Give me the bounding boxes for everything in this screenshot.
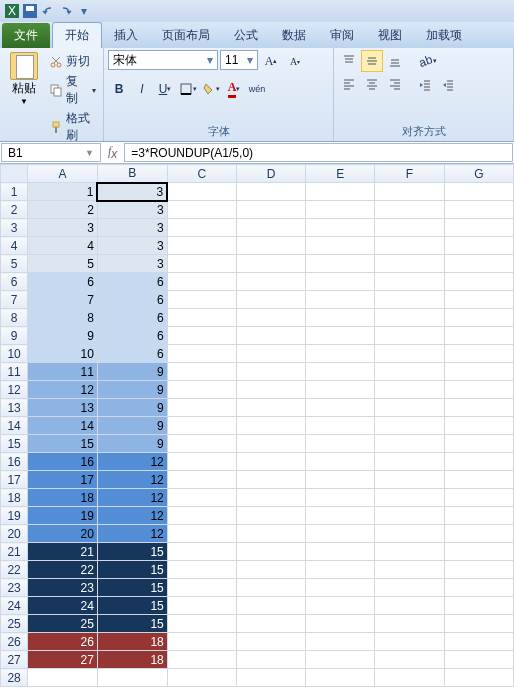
cell[interactable] — [444, 471, 513, 489]
cell[interactable]: 1 — [28, 183, 98, 201]
cell[interactable] — [375, 363, 444, 381]
cell[interactable] — [237, 327, 306, 345]
format-painter-button[interactable]: 格式刷 — [46, 109, 99, 145]
cell[interactable] — [375, 489, 444, 507]
cell[interactable]: 21 — [28, 543, 98, 561]
cell[interactable] — [375, 345, 444, 363]
grow-font-button[interactable]: A▴ — [260, 50, 282, 72]
cell[interactable] — [167, 345, 236, 363]
col-header[interactable]: C — [167, 165, 236, 183]
cell[interactable] — [167, 561, 236, 579]
row-header[interactable]: 16 — [1, 453, 28, 471]
cell[interactable] — [167, 417, 236, 435]
cell[interactable] — [167, 471, 236, 489]
cell[interactable]: 12 — [97, 471, 167, 489]
cell[interactable]: 16 — [28, 453, 98, 471]
row-header[interactable]: 15 — [1, 435, 28, 453]
row-header[interactable]: 9 — [1, 327, 28, 345]
row-header[interactable]: 10 — [1, 345, 28, 363]
cell[interactable]: 8 — [28, 309, 98, 327]
cell[interactable] — [375, 309, 444, 327]
increase-indent-button[interactable] — [437, 74, 459, 96]
row-header[interactable]: 28 — [1, 669, 28, 687]
cell[interactable] — [97, 669, 167, 687]
cell[interactable] — [306, 651, 375, 669]
cell[interactable]: 15 — [97, 597, 167, 615]
shrink-font-button[interactable]: A▾ — [284, 50, 306, 72]
cell[interactable]: 15 — [28, 435, 98, 453]
cell[interactable]: 2 — [28, 201, 98, 219]
cell[interactable] — [444, 381, 513, 399]
cell[interactable] — [375, 237, 444, 255]
cell[interactable] — [237, 615, 306, 633]
cell[interactable]: 15 — [97, 579, 167, 597]
cell[interactable]: 3 — [28, 219, 98, 237]
cell[interactable] — [237, 219, 306, 237]
copy-button[interactable]: 复制▾ — [46, 72, 99, 108]
cell[interactable]: 9 — [97, 399, 167, 417]
cell[interactable] — [375, 579, 444, 597]
cell[interactable] — [375, 633, 444, 651]
cell[interactable] — [306, 399, 375, 417]
cell[interactable] — [444, 489, 513, 507]
align-center-button[interactable] — [361, 73, 383, 95]
align-top-button[interactable] — [338, 50, 360, 72]
cell[interactable] — [167, 453, 236, 471]
cell[interactable]: 27 — [28, 651, 98, 669]
row-header[interactable]: 5 — [1, 255, 28, 273]
cell[interactable]: 4 — [28, 237, 98, 255]
undo-icon[interactable] — [40, 3, 56, 19]
row-header[interactable]: 23 — [1, 579, 28, 597]
cell[interactable]: 20 — [28, 525, 98, 543]
tab-view[interactable]: 视图 — [366, 23, 414, 48]
row-header[interactable]: 1 — [1, 183, 28, 201]
cell[interactable]: 18 — [97, 633, 167, 651]
row-header[interactable]: 14 — [1, 417, 28, 435]
cell[interactable] — [375, 219, 444, 237]
cell[interactable] — [375, 255, 444, 273]
cell[interactable] — [237, 507, 306, 525]
cell[interactable] — [444, 633, 513, 651]
cell[interactable]: 15 — [97, 561, 167, 579]
row-header[interactable]: 4 — [1, 237, 28, 255]
row-header[interactable]: 18 — [1, 489, 28, 507]
cell[interactable] — [237, 561, 306, 579]
spreadsheet-grid[interactable]: ABCDEFG113223333443553666776886996101061… — [0, 164, 514, 696]
cell[interactable] — [237, 633, 306, 651]
save-icon[interactable] — [22, 3, 38, 19]
cell[interactable] — [444, 417, 513, 435]
cell[interactable]: 6 — [97, 309, 167, 327]
cell[interactable] — [444, 507, 513, 525]
cell[interactable] — [444, 363, 513, 381]
cell[interactable] — [167, 579, 236, 597]
customize-qat-icon[interactable]: ▾ — [76, 3, 92, 19]
cell[interactable] — [306, 453, 375, 471]
cell[interactable] — [167, 183, 236, 201]
col-header[interactable]: D — [237, 165, 306, 183]
tab-review[interactable]: 审阅 — [318, 23, 366, 48]
cell[interactable]: 3 — [97, 255, 167, 273]
cell[interactable] — [444, 255, 513, 273]
cell[interactable] — [375, 471, 444, 489]
orientation-button[interactable]: ab▾ — [414, 50, 442, 72]
cell[interactable]: 10 — [28, 345, 98, 363]
cell[interactable] — [237, 525, 306, 543]
cell[interactable] — [237, 669, 306, 687]
cell[interactable] — [444, 561, 513, 579]
cell[interactable] — [306, 561, 375, 579]
cell[interactable] — [167, 543, 236, 561]
cell[interactable] — [237, 309, 306, 327]
cell[interactable]: 15 — [97, 615, 167, 633]
cell[interactable] — [237, 579, 306, 597]
cell[interactable] — [375, 417, 444, 435]
cell[interactable] — [375, 273, 444, 291]
cell[interactable] — [306, 237, 375, 255]
cell[interactable] — [237, 291, 306, 309]
col-header[interactable]: G — [444, 165, 513, 183]
font-name-select[interactable]: 宋体▾ — [108, 50, 218, 70]
cell[interactable] — [375, 435, 444, 453]
cell[interactable] — [375, 183, 444, 201]
cell[interactable] — [237, 201, 306, 219]
cell[interactable] — [237, 543, 306, 561]
row-header[interactable]: 17 — [1, 471, 28, 489]
